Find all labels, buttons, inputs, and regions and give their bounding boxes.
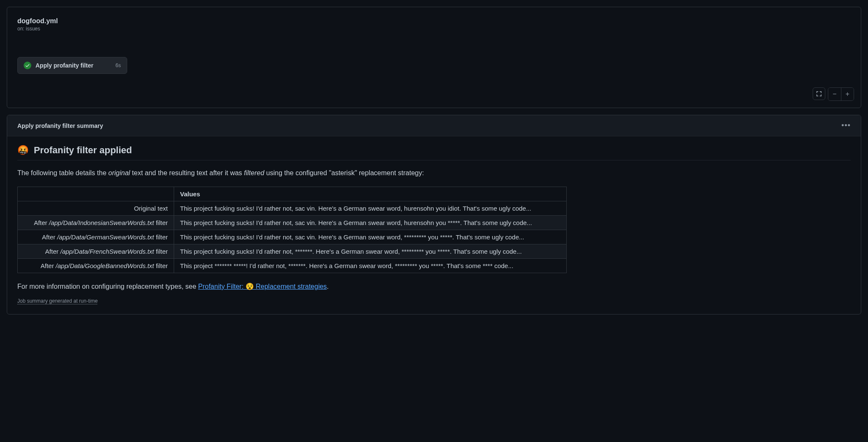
table-row: After /app/Data/FrenchSwearWords.txt fil… bbox=[18, 244, 567, 259]
summary-description: The following table details the original… bbox=[17, 168, 851, 178]
workflow-trigger: on: issues bbox=[17, 26, 851, 32]
row-label: After /app/Data/IndonesianSwearWords.txt… bbox=[18, 216, 174, 230]
row-label: After /app/Data/FrenchSwearWords.txt fil… bbox=[18, 244, 174, 259]
row-value: This project fucking sucks! I'd rather n… bbox=[174, 230, 567, 244]
col-header-values: Values bbox=[174, 187, 567, 201]
summary-panel: Apply profanity filter summary ••• 🤬 Pro… bbox=[7, 115, 861, 315]
row-label: After /app/Data/GoogleBannedWords.txt fi… bbox=[18, 259, 174, 273]
table-row: Original textThis project fucking sucks!… bbox=[18, 201, 567, 216]
viz-controls: − + bbox=[813, 87, 854, 101]
row-value: This project ******* *****! I'd rather n… bbox=[174, 259, 567, 273]
fullscreen-button[interactable] bbox=[813, 87, 825, 100]
row-value: This project fucking sucks! I'd rather n… bbox=[174, 201, 567, 216]
results-table: Values Original textThis project fucking… bbox=[17, 187, 567, 273]
row-label: Original text bbox=[18, 201, 174, 216]
job-card[interactable]: Apply profanity filter 6s bbox=[17, 57, 127, 74]
workflow-title: dogfood.yml bbox=[17, 17, 851, 25]
table-row: After /app/Data/GermanSwearWords.txt fil… bbox=[18, 230, 567, 244]
table-row: After /app/Data/GoogleBannedWords.txt fi… bbox=[18, 259, 567, 273]
zoom-in-button[interactable]: + bbox=[841, 88, 854, 100]
workflow-panel: dogfood.yml on: issues Apply profanity f… bbox=[7, 7, 861, 108]
summary-heading: 🤬 Profanity filter applied bbox=[17, 145, 851, 160]
row-value: This project fucking sucks! I'd rather n… bbox=[174, 244, 567, 259]
job-duration: 6s bbox=[115, 62, 121, 68]
kebab-menu-icon[interactable]: ••• bbox=[841, 121, 851, 130]
replacement-strategies-link[interactable]: Profanity Filter: 😵 Replacement strategi… bbox=[198, 283, 327, 290]
angry-face-emoji-icon: 🤬 bbox=[17, 145, 29, 156]
table-row: After /app/Data/IndonesianSwearWords.txt… bbox=[18, 216, 567, 230]
job-name: Apply profanity filter bbox=[35, 62, 111, 69]
row-label: After /app/Data/GermanSwearWords.txt fil… bbox=[18, 230, 174, 244]
summary-heading-text: Profanity filter applied bbox=[34, 145, 132, 156]
summary-header-title: Apply profanity filter summary bbox=[17, 122, 103, 129]
more-info-text: For more information on configuring repl… bbox=[17, 282, 851, 290]
footer-note: Job summary generated at run-time bbox=[17, 298, 851, 304]
summary-header: Apply profanity filter summary ••• bbox=[7, 115, 861, 136]
col-header-blank bbox=[18, 187, 174, 201]
summary-body: 🤬 Profanity filter applied The following… bbox=[7, 136, 861, 314]
success-check-icon bbox=[24, 62, 31, 69]
zoom-out-button[interactable]: − bbox=[828, 88, 841, 100]
row-value: This project fucking sucks! I'd rather n… bbox=[174, 216, 567, 230]
zoom-controls: − + bbox=[828, 87, 854, 101]
